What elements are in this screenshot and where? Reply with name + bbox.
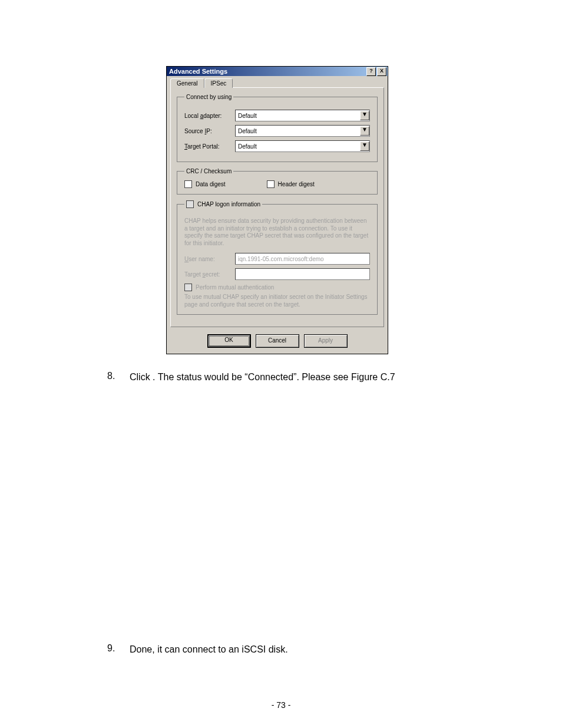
checkbox-icon xyxy=(184,284,192,291)
page-number: - 73 - xyxy=(272,700,291,710)
checkbox-icon xyxy=(184,180,192,188)
step-9-number: 9. xyxy=(107,643,119,656)
source-ip-select[interactable]: Default ▼ xyxy=(235,125,370,137)
target-secret-field xyxy=(235,268,370,280)
doc-body: 8. Click . The status would be “Connecte… xyxy=(107,371,503,657)
local-adapter-label: Local adapter: xyxy=(184,113,232,119)
dialog-button-row: OK Cancel Apply xyxy=(167,331,388,354)
step-8: 8. Click . The status would be “Connecte… xyxy=(107,371,503,384)
mutual-auth-checkbox: Perform mutual authentication xyxy=(184,284,370,291)
source-ip-label: Source IP: xyxy=(184,128,232,134)
dialog-titlebar: Advanced Settings ? X xyxy=(167,67,388,76)
page-footer: - 73 - xyxy=(0,700,562,710)
chevron-down-icon: ▼ xyxy=(360,111,369,120)
chevron-down-icon: ▼ xyxy=(360,126,369,136)
step-8-text: Click . The status would be “Connected”.… xyxy=(130,371,503,384)
help-icon[interactable]: ? xyxy=(366,67,376,76)
chevron-down-icon: ▼ xyxy=(360,141,369,151)
step-8-number: 8. xyxy=(107,371,119,384)
tab-row: General IPSec xyxy=(167,76,388,88)
source-ip-value: Default xyxy=(236,128,360,134)
target-portal-select[interactable]: Default ▼ xyxy=(235,140,370,152)
close-icon[interactable]: X xyxy=(377,67,386,76)
ok-button[interactable]: OK xyxy=(207,334,251,348)
step-9-text: Done, it can connect to an iSCSI disk. xyxy=(130,643,503,656)
tab-ipsec[interactable]: IPSec xyxy=(204,78,233,88)
mutual-help-text: To use mutual CHAP specify an initiator … xyxy=(184,294,370,308)
header-digest-checkbox[interactable]: Header digest xyxy=(267,180,315,188)
user-name-field: iqn.1991-05.com.microsoft:demo xyxy=(235,253,370,265)
crc-checksum-group: CRC / Checksum Data digest Header digest xyxy=(177,168,378,195)
crc-legend: CRC / Checksum xyxy=(184,168,233,174)
chap-logon-checkbox[interactable]: CHAP logon information xyxy=(186,200,260,208)
connect-legend: Connect by using xyxy=(184,94,233,100)
target-secret-label: Target secret: xyxy=(184,271,232,278)
chap-logon-group: CHAP logon information CHAP helps ensure… xyxy=(177,200,378,315)
apply-button: Apply xyxy=(304,334,348,348)
dialog-title: Advanced Settings xyxy=(169,68,227,75)
target-portal-label: Target Portal: xyxy=(184,143,232,150)
target-portal-value: Default xyxy=(236,143,360,150)
advanced-settings-dialog: Advanced Settings ? X General IPSec Conn… xyxy=(166,66,388,354)
chap-help-text: CHAP helps ensure data security by provi… xyxy=(184,218,370,247)
chap-legend: CHAP logon information xyxy=(184,200,262,208)
local-adapter-select[interactable]: Default ▼ xyxy=(235,110,370,121)
checkbox-icon xyxy=(186,200,194,208)
data-digest-checkbox[interactable]: Data digest xyxy=(184,180,226,188)
step-9: 9. Done, it can connect to an iSCSI disk… xyxy=(107,643,503,656)
user-name-label: User name: xyxy=(184,256,232,262)
local-adapter-value: Default xyxy=(236,113,360,119)
checkbox-icon xyxy=(267,180,275,188)
cancel-button[interactable]: Cancel xyxy=(256,334,299,348)
connect-by-using-group: Connect by using Local adapter: Default … xyxy=(177,94,378,162)
tab-general-body: Connect by using Local adapter: Default … xyxy=(170,87,384,327)
tab-general[interactable]: General xyxy=(170,78,204,88)
